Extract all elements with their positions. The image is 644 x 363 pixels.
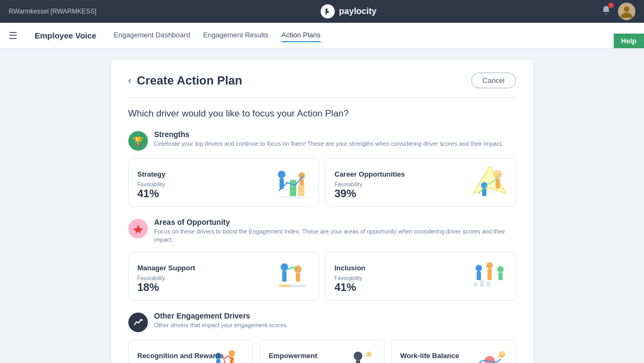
topbar-actions — [601, 3, 635, 20]
nav-engagement-results[interactable]: Engagement Results — [203, 29, 269, 42]
opportunity-svg-icon — [133, 224, 143, 234]
driver-card-recognition[interactable]: Recognition and Rewards Favorability 38% — [128, 340, 253, 363]
strengths-icon: 🏆 — [128, 131, 148, 151]
nav-action-plans[interactable]: Action Plans — [282, 29, 321, 42]
recognition-name: Recognition and Rewards — [138, 352, 244, 360]
driver-card-worklife[interactable]: Work-life Balance Favorability 36% — [391, 340, 516, 363]
topbar: RWarmkessel [RWARMKESS] paylocity — [0, 0, 644, 23]
opportunity-desc: Focus on these drivers to boost the Enga… — [154, 228, 516, 244]
strategy-name: Strategy — [138, 170, 310, 178]
opportunity-section-text: Areas of Opportunity Focus on these driv… — [154, 218, 516, 244]
driver-card-career[interactable]: Career Opportunities Favorability 39% — [326, 158, 516, 207]
strengths-title: Strengths — [154, 130, 503, 139]
worklife-name: Work-life Balance — [400, 352, 507, 360]
empowerment-name: Empowerment — [269, 352, 375, 360]
subnav: ☰ Employee Voice Engagement Dashboard En… — [0, 23, 644, 49]
subnav-links: Engagement Dashboard Engagement Results … — [114, 29, 321, 42]
career-name: Career Opportunities — [335, 170, 507, 178]
career-fav-value: 39% — [335, 187, 507, 200]
opportunity-title: Areas of Opportunity — [154, 218, 516, 226]
help-button[interactable]: Help — [614, 34, 644, 48]
card-header: ‹ Create Action Plan Cancel — [128, 73, 516, 98]
strengths-section-text: Strengths Celebrate your top drivers and… — [154, 130, 503, 148]
notification-badge — [608, 3, 614, 8]
other-icon — [128, 313, 148, 332]
subnav-brand: Employee Voice — [35, 31, 96, 40]
other-section-text: Other Engagement Drivers Other drivers t… — [154, 312, 289, 329]
strengths-drivers-grid: Strategy Favorability 41% Career Oppo — [128, 158, 516, 207]
career-fav-label: Favorability — [335, 182, 507, 187]
paylocity-logo-icon — [321, 4, 335, 18]
inclusion-name: Inclusion — [335, 264, 507, 272]
strategy-fav-label: Favorability — [138, 182, 310, 187]
other-title: Other Engagement Drivers — [154, 312, 289, 320]
nav-engagement-dashboard[interactable]: Engagement Dashboard — [114, 29, 190, 42]
opportunity-drivers-grid: Manager Support Favorability 18% — [128, 252, 516, 301]
other-drivers-grid: Recognition and Rewards Favorability 38% — [128, 340, 516, 363]
card-header-left: ‹ Create Action Plan — [128, 74, 243, 88]
cancel-button[interactable]: Cancel — [471, 73, 516, 88]
brand-name: paylocity — [339, 7, 376, 16]
strategy-fav-value: 41% — [138, 187, 310, 200]
opportunity-section-header: Areas of Opportunity Focus on these driv… — [128, 218, 516, 244]
hamburger-menu[interactable]: ☰ — [9, 30, 17, 42]
svg-point-1 — [327, 9, 329, 11]
main-content: ‹ Create Action Plan Cancel Which driver… — [0, 49, 644, 363]
topbar-brand: paylocity — [321, 4, 376, 18]
svg-marker-16 — [133, 225, 143, 234]
svg-point-3 — [624, 7, 629, 12]
manager-support-fav-label: Favorability — [138, 275, 310, 281]
driver-card-manager-support[interactable]: Manager Support Favorability 18% — [128, 252, 319, 301]
manager-support-name: Manager Support — [138, 264, 310, 272]
back-button[interactable]: ‹ — [128, 75, 132, 86]
inclusion-fav-value: 41% — [335, 281, 507, 294]
driver-card-strategy[interactable]: Strategy Favorability 41% — [128, 158, 319, 207]
other-section-header: Other Engagement Drivers Other drivers t… — [128, 312, 516, 332]
avatar[interactable] — [618, 3, 635, 20]
driver-card-inclusion[interactable]: Inclusion Favorability 41% — [326, 252, 516, 301]
create-action-plan-card: ‹ Create Action Plan Cancel Which driver… — [111, 60, 534, 363]
strengths-desc: Celebrate your top drivers and continue … — [154, 140, 503, 148]
manager-support-fav-value: 18% — [138, 281, 310, 294]
card-title: Create Action Plan — [137, 74, 243, 88]
question-text: Which driver would you like to focus you… — [128, 108, 516, 119]
other-svg-icon — [133, 317, 143, 327]
avatar-image — [618, 3, 635, 20]
strengths-section-header: 🏆 Strengths Celebrate your top drivers a… — [128, 130, 516, 151]
driver-card-empowerment[interactable]: Empowerment Favorability 42% — [259, 340, 385, 363]
topbar-user-label: RWarmkessel [RWARMKESS] — [9, 8, 96, 15]
opportunity-icon — [128, 219, 148, 238]
other-desc: Other drivers that impact your engagemen… — [154, 321, 289, 329]
notification-bell[interactable] — [601, 5, 612, 18]
inclusion-fav-label: Favorability — [335, 275, 507, 281]
